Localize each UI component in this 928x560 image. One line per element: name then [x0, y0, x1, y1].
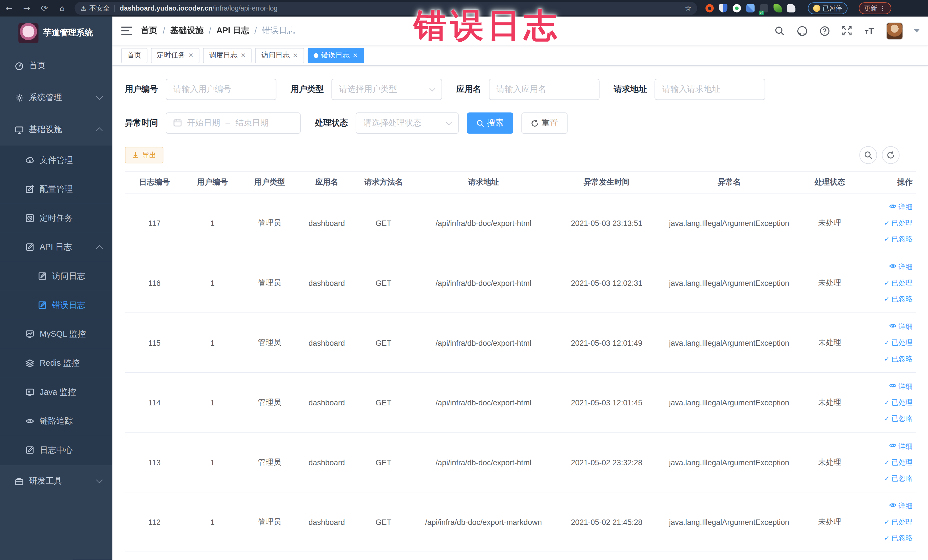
browser-menu-dots-icon[interactable]: ⋮ — [879, 5, 886, 12]
action-ignored-link[interactable]: ✓已忽略 — [884, 533, 913, 543]
sidebar-item-基础设施[interactable]: 基础设施 — [0, 113, 112, 145]
url-host: dashboard.yudao.iocoder.cn — [120, 5, 212, 12]
action-processed-link[interactable]: ✓已处理 — [884, 278, 913, 288]
action-processed-link[interactable]: ✓已处理 — [884, 397, 913, 407]
active-tab-dot — [313, 53, 318, 58]
tab-错误日志[interactable]: 错误日志× — [308, 48, 364, 63]
sidebar-item-日志中心[interactable]: 日志中心 — [0, 436, 112, 465]
security-warning-icon[interactable]: ⚠ — [81, 5, 86, 12]
avatar[interactable] — [886, 22, 903, 40]
sidebar-item-定时任务[interactable]: 定时任务 — [0, 204, 112, 233]
sidebar-item-mysql-监控[interactable]: MySQL 监控 — [0, 319, 112, 349]
action-processed-link[interactable]: ✓已处理 — [884, 517, 913, 527]
action-detail-link[interactable]: 详细 — [889, 441, 913, 451]
tab-定时任务[interactable]: 定时任务× — [151, 48, 200, 63]
action-detail-link[interactable]: 详细 — [889, 202, 913, 212]
sidebar-logo[interactable]: 芋道管理系统 — [0, 17, 112, 50]
app-name-input[interactable]: 请输入应用名 — [489, 79, 600, 100]
search-button[interactable]: 搜索 — [467, 112, 513, 134]
export-button[interactable]: 导出 — [125, 147, 163, 163]
action-detail-link[interactable]: 详细 — [889, 322, 913, 332]
action-ignored-link[interactable]: ✓已忽略 — [884, 234, 913, 244]
sidebar-item-首页[interactable]: 首页 — [0, 50, 112, 82]
bookmark-star-icon[interactable]: ☆ — [685, 4, 691, 12]
extensions-puzzle-icon[interactable] — [787, 4, 795, 12]
close-icon[interactable]: × — [353, 51, 358, 59]
sidebar-item-文件管理[interactable]: 文件管理 — [0, 145, 112, 175]
cell-actions: 详细✓已处理✓已忽略 — [859, 202, 916, 244]
breadcrumb-item-2[interactable]: API 日志 — [217, 25, 249, 36]
check-icon: ✓ — [884, 534, 890, 542]
cell-time: 2021-05-02 23:32:28 — [555, 458, 658, 467]
extension-green-circle-icon[interactable] — [733, 4, 741, 12]
user-id-input[interactable]: 请输入用户编号 — [166, 79, 276, 100]
cell-app: dashboard — [298, 338, 355, 347]
close-icon[interactable]: × — [293, 51, 298, 59]
column-header-2: 用户类型 — [241, 177, 298, 188]
action-label: 详细 — [898, 202, 913, 212]
extension-ubuntu-icon[interactable] — [705, 4, 714, 12]
tab-label: 错误日志 — [321, 50, 350, 60]
tab-访问日志[interactable]: 访问日志× — [255, 48, 304, 63]
reset-button[interactable]: 重置 — [522, 112, 568, 134]
request-url-input[interactable]: 请输入请求地址 — [655, 79, 765, 100]
close-icon[interactable]: × — [241, 51, 246, 59]
action-detail-link[interactable]: 详细 — [889, 262, 913, 272]
sidebar-item-label: 基础设施 — [29, 124, 62, 135]
action-ignored-link[interactable]: ✓已忽略 — [884, 354, 913, 364]
font-size-icon[interactable]: TT — [864, 25, 875, 37]
sidebar-item-api-日志[interactable]: API 日志 — [0, 232, 112, 262]
breadcrumb-item-1[interactable]: 基础设施 — [170, 25, 203, 36]
browser-forward-icon[interactable]: → — [18, 3, 35, 13]
reset-button-label: 重置 — [542, 118, 558, 128]
action-processed-link[interactable]: ✓已处理 — [884, 457, 913, 467]
sidebar-item-链路追踪[interactable]: 链路追踪 — [0, 406, 112, 436]
action-processed-link[interactable]: ✓已处理 — [884, 338, 913, 348]
sidebar-item-错误日志[interactable]: 错误日志 — [0, 291, 112, 320]
timer-icon — [25, 214, 34, 223]
browser-update-pill[interactable]: 更新 ⋮ — [859, 2, 891, 14]
address-bar[interactable]: ⚠ 不安全 dashboard.yudao.iocoder.cn/infra/l… — [75, 2, 697, 15]
close-icon[interactable]: × — [188, 51, 194, 59]
tab-调度日志[interactable]: 调度日志× — [203, 48, 252, 63]
cell-user_id: 1 — [184, 219, 241, 227]
show-search-icon[interactable] — [859, 146, 877, 164]
user-type-select[interactable]: 请选择用户类型 — [331, 79, 442, 100]
github-icon[interactable] — [796, 25, 807, 37]
sidebar-item-系统管理[interactable]: 系统管理 — [0, 82, 112, 113]
action-detail-link[interactable]: 详细 — [889, 381, 913, 391]
hamburger-icon[interactable] — [121, 26, 132, 35]
tab-首页[interactable]: 首页 — [121, 48, 147, 63]
cell-id: 112 — [125, 517, 184, 526]
extension-switch-icon[interactable]: off — [760, 4, 768, 12]
search-icon[interactable] — [774, 25, 785, 37]
action-ignored-link[interactable]: ✓已忽略 — [884, 473, 913, 483]
extension-grid-icon[interactable] — [746, 4, 754, 12]
profile-paused-pill[interactable]: 已暂停 — [808, 2, 847, 14]
avatar-caret-icon[interactable] — [914, 29, 920, 32]
browser-home-icon[interactable]: ⌂ — [53, 3, 71, 13]
refresh-icon[interactable] — [882, 146, 899, 164]
sidebar-item-研发工具[interactable]: 研发工具 — [0, 465, 112, 497]
browser-back-icon[interactable]: ← — [0, 3, 18, 13]
action-processed-link[interactable]: ✓已处理 — [884, 218, 913, 228]
date-range-input[interactable]: 开始日期 – 结束日期 — [166, 112, 301, 134]
sidebar-item-配置管理[interactable]: 配置管理 — [0, 175, 112, 204]
sidebar-item-访问日志[interactable]: 访问日志 — [0, 262, 112, 291]
sidebar-item-java-监控[interactable]: Java 监控 — [0, 378, 112, 407]
sidebar-item-redis-监控[interactable]: Redis 监控 — [0, 349, 112, 378]
sidebar-menu: 首页系统管理基础设施文件管理配置管理定时任务API 日志访问日志错误日志MySQ… — [0, 50, 112, 560]
breadcrumb-item-0[interactable]: 首页 — [141, 25, 157, 36]
fullscreen-icon[interactable] — [841, 25, 853, 37]
extension-leaf-icon[interactable] — [774, 4, 782, 12]
cell-url: /api/infra/db-doc/export-markdown — [412, 517, 555, 526]
process-status-select[interactable]: 请选择处理状态 — [356, 112, 459, 134]
browser-reload-icon[interactable]: ⟳ — [35, 3, 53, 13]
help-icon[interactable] — [818, 25, 830, 37]
action-ignored-link[interactable]: ✓已忽略 — [884, 294, 913, 304]
action-ignored-link[interactable]: ✓已忽略 — [884, 414, 913, 423]
eye-icon — [889, 442, 897, 451]
cell-user_id: 1 — [184, 398, 241, 407]
action-detail-link[interactable]: 详细 — [889, 501, 913, 511]
extension-shield-icon[interactable] — [719, 4, 728, 12]
